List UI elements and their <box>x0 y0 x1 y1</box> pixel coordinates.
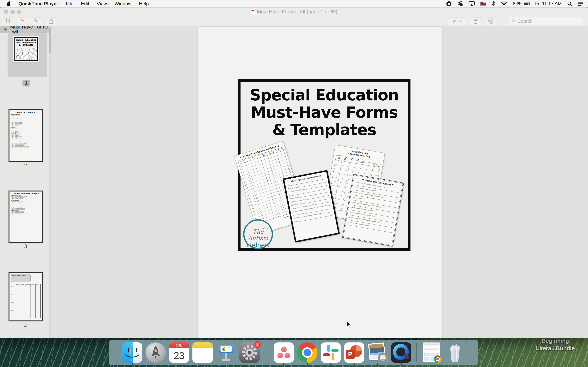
toc-item: Page 54: Party Supply Donation Request <box>11 209 41 210</box>
dock-icon-system-preferences[interactable]: 2 <box>239 342 260 363</box>
planner-cell-label: Monday <box>16 284 21 286</box>
notification-center-icon[interactable] <box>578 1 583 6</box>
planner-cell: Thursday <box>31 284 36 286</box>
dock-icon-notes[interactable] <box>192 342 213 363</box>
planner-cell-label: Friday <box>36 284 40 286</box>
chrome-badge-icon <box>434 355 441 363</box>
planner-cell <box>36 310 41 318</box>
input-source-us-flag-icon[interactable] <box>480 2 486 6</box>
star-icon: ★ <box>267 228 268 230</box>
planner-cell: Week of: <box>11 286 16 294</box>
dock-icon-calendar[interactable]: JUL 23 <box>169 342 189 363</box>
dock-icon-finder[interactable] <box>122 342 142 363</box>
powerpoint-letter: P <box>346 350 355 359</box>
mini-logo <box>16 55 20 59</box>
toc-item: Page 39: Parent Teacher Conference Appoi… <box>11 147 41 148</box>
search-input[interactable] <box>518 18 581 24</box>
planner-cell <box>21 286 26 294</box>
toc-item: Page 57: Substitute Mini Schedule <box>11 213 41 214</box>
record-stop-icon[interactable] <box>446 1 451 6</box>
apple-menu-icon[interactable] <box>7 1 11 6</box>
app-menu-title[interactable]: QuickTime Player <box>18 1 58 6</box>
pdf-viewer-area[interactable]: Special Education Must-Have Forms & Temp… <box>52 26 588 338</box>
pdf-page[interactable]: Special Education Must-Have Forms & Temp… <box>198 27 442 338</box>
dock-icon-slack[interactable] <box>320 342 341 363</box>
markup-highlight-button[interactable] <box>447 17 466 25</box>
dock-icon-asana[interactable] <box>274 342 294 363</box>
toc-item: Page 33: Detailed Emergency Details <box>11 140 41 141</box>
dock-icon-quicktime[interactable] <box>391 342 411 363</box>
spotlight-icon[interactable] <box>567 1 572 6</box>
dock-icon-preview[interactable] <box>367 342 388 363</box>
airplay-icon[interactable] <box>468 1 475 6</box>
markup-toolbar-button[interactable] <box>485 17 497 25</box>
page-thumbnail-3[interactable]: Table of Contents - Page 2 Academic/Ther… <box>9 191 43 243</box>
planner-header: Students, Group, or Station: <box>11 274 31 282</box>
planner-cell <box>26 294 31 302</box>
menu-bar-clock[interactable]: Fri 11:17 AM <box>535 1 562 6</box>
page-number-2: 2 <box>0 163 51 169</box>
zoom-out-button[interactable] <box>17 17 28 25</box>
toc-item: Page 49: Paraprofessional Schedule <box>11 203 41 204</box>
page-thumbnail-1[interactable]: Special Education Must-Have Forms & Temp… <box>13 36 39 62</box>
search-field[interactable] <box>509 17 584 25</box>
planner-grid: MondayTuesdayWednesdayThursdayFridayWeek… <box>11 284 41 318</box>
desktop-file-label-line2: Litera...Bundle <box>528 345 582 352</box>
battery-icon <box>524 2 530 5</box>
zoom-in-button[interactable] <box>30 17 41 25</box>
menu-help[interactable]: Help <box>139 1 149 6</box>
screen: Beginning Litera...Bundle QuickTime Play… <box>0 0 588 367</box>
dock-icon-powerpoint[interactable]: P <box>344 342 364 363</box>
page-number-4: 4 <box>0 323 51 329</box>
planner-cell-label: Thursday <box>31 284 35 286</box>
dock-icon-chrome[interactable] <box>297 342 318 363</box>
planner-cell <box>31 294 36 302</box>
dock-icon-launchpad[interactable] <box>146 342 166 363</box>
feather-pen-icon: ✎ <box>362 178 364 181</box>
wifi-icon[interactable] <box>501 1 507 6</box>
window-title: Must Have Forms .pdf (page 1 of 59) <box>0 8 588 16</box>
cover-title: Special Education Must-Have Forms & Temp… <box>241 86 408 139</box>
dock-icon-keynote[interactable]: KEYNOTE <box>216 342 236 363</box>
planner-cell <box>21 310 26 318</box>
menu-file[interactable]: File <box>66 1 73 6</box>
battery-status[interactable]: 84% <box>513 1 530 6</box>
title-bar[interactable]: Must Have Forms .pdf (page 1 of 59) <box>0 8 588 16</box>
planner-cell: Tuesday <box>21 284 26 286</box>
page-thumbnail-2[interactable]: Table of Contents Lesson Plan TemplatesP… <box>9 109 43 162</box>
cloud-circles-icon[interactable] <box>457 1 463 7</box>
calendar-day: 23 <box>169 348 189 363</box>
page-number-3: 3 <box>0 243 51 249</box>
star-icon: ★ <box>264 225 266 228</box>
menu-window[interactable]: Window <box>114 1 131 6</box>
menu-edit[interactable]: Edit <box>81 1 89 6</box>
planner-cell: Week of: <box>11 302 16 310</box>
planner-cell <box>36 286 41 294</box>
notification-badge: 2 <box>254 341 261 348</box>
rotate-left-button[interactable] <box>470 17 482 25</box>
menu-view[interactable]: View <box>97 1 107 6</box>
planner-cell: Wednesday <box>26 284 31 286</box>
thumbnail-sidebar[interactable]: Must Have Forms .pdf Special Education M… <box>0 26 51 338</box>
autism-helper-logo: The Autism Helper. ★ ★ ★ <box>243 219 273 249</box>
planner-cell <box>21 294 26 302</box>
dock-minimized-window-chrome[interactable] <box>421 342 442 363</box>
bluetooth-icon[interactable] <box>492 1 495 7</box>
page-thumbnail-4[interactable]: Students, Group, or Station: MondayTuesd… <box>9 272 43 321</box>
sidebar-view-button[interactable] <box>3 17 15 25</box>
planner-cell <box>11 284 16 286</box>
planner-cell-label: Week of: <box>11 294 16 302</box>
share-button[interactable] <box>45 17 56 25</box>
sidebar-document-header[interactable]: Must Have Forms .pdf <box>0 26 49 33</box>
toc-item: Page 19: Welcome Letter <box>11 126 41 126</box>
planner-cell-label: Wednesday <box>26 284 31 286</box>
planner-cell: Monday <box>16 284 21 286</box>
desktop-file-label-line1: Beginning <box>528 337 582 345</box>
cover-frame: Special Education Must-Have Forms & Temp… <box>238 79 410 251</box>
desktop-file-label[interactable]: Beginning Litera...Bundle <box>528 337 582 352</box>
form-start-of-year-questionnaire: ✎Start of Year Questionnaire✎ 1. Is your… <box>342 174 404 246</box>
planner-cell <box>26 302 31 310</box>
dock-icon-trash[interactable] <box>445 342 465 363</box>
sidebar-scrollbar[interactable] <box>49 26 51 338</box>
disclosure-triangle-icon[interactable] <box>4 28 7 31</box>
